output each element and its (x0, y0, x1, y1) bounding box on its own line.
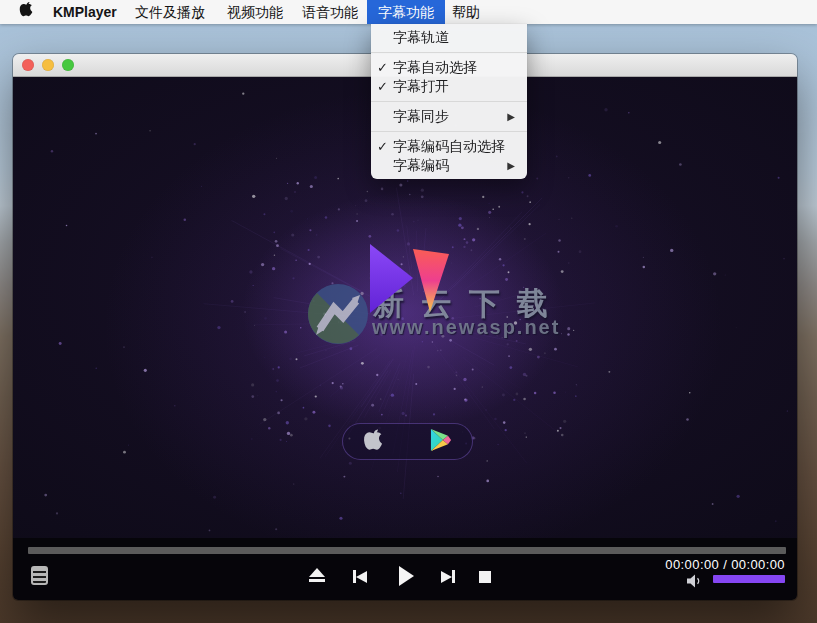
volume-icon[interactable] (687, 574, 705, 592)
menu-item-subtitle-auto-select[interactable]: ✓ 字幕自动选择 (371, 58, 527, 77)
seek-bar[interactable] (28, 547, 786, 554)
next-icon (441, 571, 452, 583)
menu-separator (371, 52, 527, 53)
menu-bar: KMPlayer 文件及播放 视频功能 语音功能 字幕功能 帮助 (0, 0, 817, 24)
close-button[interactable] (22, 59, 34, 71)
play-icon (399, 566, 414, 586)
stop-icon (479, 571, 491, 583)
menu-item-audio[interactable]: 语音功能 (302, 0, 358, 24)
menu-item-file-playback[interactable]: 文件及播放 (135, 0, 205, 24)
time-display: 00:00:00 / 00:00:00 (665, 557, 785, 572)
watermark-site-url: www.newasp.net (372, 316, 560, 339)
menu-item-subtitle-sync[interactable]: 字幕同步 ▶ (371, 107, 527, 126)
control-bar: 00:00:00 / 00:00:00 (13, 538, 797, 600)
volume-slider[interactable] (713, 575, 785, 583)
playlist-button[interactable] (31, 566, 48, 585)
submenu-arrow-icon: ▶ (507, 156, 515, 175)
eject-icon (309, 568, 325, 577)
next-button[interactable] (441, 570, 455, 583)
store-badge-pill[interactable] (342, 423, 473, 460)
menu-separator (371, 131, 527, 132)
google-play-icon[interactable] (430, 428, 452, 456)
submenu-arrow-icon: ▶ (507, 107, 515, 126)
menu-item-help[interactable]: 帮助 (452, 0, 480, 24)
menu-item-video[interactable]: 视频功能 (227, 0, 283, 24)
eject-button[interactable] (309, 568, 325, 582)
previous-icon (356, 571, 367, 583)
apple-store-icon[interactable] (363, 428, 383, 455)
desktop: KMPlayer 文件及播放 视频功能 语音功能 字幕功能 帮助 字幕轨道 ✓ … (0, 0, 817, 623)
menu-item-subtitle-encoding[interactable]: 字幕编码 ▶ (371, 156, 527, 175)
menu-app-name[interactable]: KMPlayer (53, 0, 117, 24)
stop-button[interactable] (479, 571, 491, 583)
menu-item-subtitle-active[interactable]: 字幕功能 (367, 0, 445, 24)
play-button[interactable] (399, 566, 414, 586)
apple-menu-icon[interactable] (19, 0, 33, 24)
subtitle-dropdown-menu: 字幕轨道 ✓ 字幕自动选择 ✓ 字幕打开 字幕同步 ▶ ✓ 字幕编码自动选择 字… (371, 24, 527, 179)
menu-item-subtitle-track[interactable]: 字幕轨道 (371, 28, 527, 47)
menu-item-subtitle-open[interactable]: ✓ 字幕打开 (371, 77, 527, 96)
checkmark: ✓ (377, 58, 393, 77)
minimize-button[interactable] (42, 59, 54, 71)
previous-button[interactable] (353, 570, 367, 583)
kmplayer-logo-icon (350, 238, 455, 318)
checkmark: ✓ (377, 77, 393, 96)
zoom-button[interactable] (62, 59, 74, 71)
menu-separator (371, 101, 527, 102)
checkmark: ✓ (377, 137, 393, 156)
menu-item-subtitle-encoding-auto[interactable]: ✓ 字幕编码自动选择 (371, 137, 527, 156)
